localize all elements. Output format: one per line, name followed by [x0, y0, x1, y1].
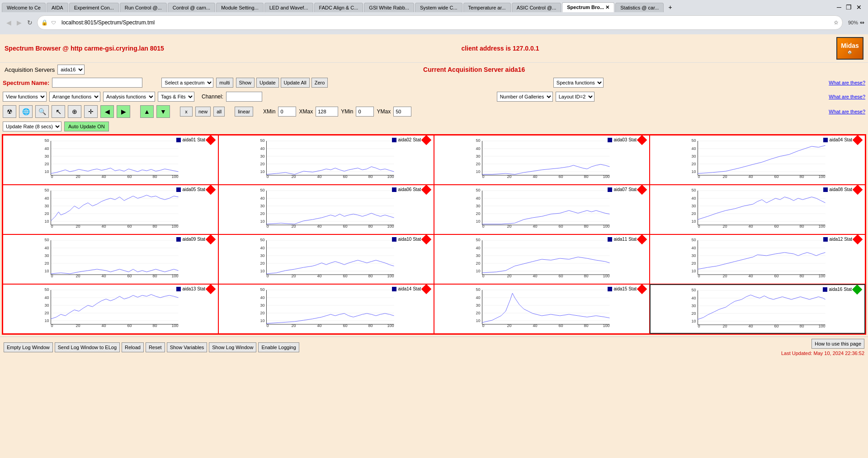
view-functions-select[interactable]: View functions [3, 92, 47, 102]
chart-title-aida01: aida01 Stat [176, 137, 205, 142]
chart-color-box-aida01 [176, 138, 181, 142]
chart-cell-aida11[interactable]: aida11 Stat 50 40 30 20 10 0 20 40 60 80 [434, 234, 650, 284]
tab-led[interactable]: LED and Wavef... [264, 3, 313, 12]
reset-button[interactable]: Reset [146, 342, 165, 352]
svg-text:50: 50 [45, 238, 49, 242]
new-button[interactable]: new [195, 107, 211, 117]
chart-cell-aida05[interactable]: aida05 Stat 50 40 30 20 10 0 20 40 60 80 [3, 185, 218, 234]
svg-text:20: 20 [76, 224, 80, 228]
url-input[interactable] [60, 18, 830, 28]
svg-text:20: 20 [292, 174, 296, 178]
acq-server-select[interactable]: aida16 aida01 [57, 65, 85, 75]
radiation-button[interactable]: ☢ [3, 105, 16, 118]
zero-button[interactable]: Zero [311, 78, 328, 88]
enable-logging-button[interactable]: Enable Logging [258, 342, 299, 352]
chart-title-aida07: aida07 Stat [608, 187, 637, 192]
bookmark-icon[interactable]: ☆ [834, 19, 839, 26]
tags-fits-select[interactable]: Tags & Fits [158, 92, 194, 102]
xmax-input[interactable] [316, 107, 338, 117]
move-button[interactable]: ✛ [84, 105, 98, 118]
close-button[interactable]: ✕ [856, 4, 862, 11]
svg-text:0: 0 [267, 323, 269, 327]
send-log-button[interactable]: Send Log Window to ELog [55, 342, 120, 352]
prev-button[interactable]: ◀ [100, 105, 114, 118]
tab-control[interactable]: Control @ carn... [168, 3, 215, 12]
select-spectrum-dropdown[interactable]: Select a spectrum [161, 78, 213, 88]
multi-button[interactable]: multi [216, 78, 233, 88]
tab-welcome[interactable]: Welcome to Ce [2, 3, 46, 12]
chart-color-box-aida12 [823, 237, 828, 242]
show-variables-button[interactable]: Show Variables [167, 342, 208, 352]
linear-button[interactable]: linear [235, 107, 253, 117]
svg-text:30: 30 [260, 253, 265, 258]
svg-text:20: 20 [507, 274, 512, 277]
what-are-these-2[interactable]: What are these? [829, 94, 865, 99]
restore-button[interactable]: ❐ [846, 4, 852, 11]
show-log-window-button[interactable]: Show Log Window [209, 342, 256, 352]
layout-id-select[interactable]: Layout ID=2 [556, 92, 594, 102]
chart-cell-aida02[interactable]: aida02 Stat 50 40 30 20 10 0 20 40 60 80 [218, 135, 434, 185]
chart-cell-aida07[interactable]: aida07 Stat 50 40 30 20 10 0 20 40 60 80 [434, 185, 650, 234]
arrange-functions-select[interactable]: Arrange functions [49, 92, 100, 102]
tab-system[interactable]: System wide C... [415, 3, 462, 12]
tab-module[interactable]: Module Setting... [216, 3, 264, 12]
spectra-functions-select[interactable]: Spectra functions [553, 78, 604, 88]
show-button[interactable]: Show [236, 78, 255, 88]
tab-temperature[interactable]: Temperature ar... [463, 3, 511, 12]
chart-cell-aida03[interactable]: aida03 Stat 50 40 30 20 10 0 20 40 60 80 [434, 135, 650, 185]
next-button[interactable]: ▶ [117, 105, 130, 118]
new-tab-button[interactable]: + [665, 2, 675, 13]
xmin-input[interactable] [278, 107, 296, 117]
tab-run-control[interactable]: Run Control @... [120, 3, 167, 12]
ymin-input[interactable] [356, 107, 374, 117]
how-to-button[interactable]: How to use this page [811, 339, 864, 349]
tab-spectrum[interactable]: Spectrum Bro... ✕ [562, 2, 614, 12]
analysis-functions-select[interactable]: Analysis functions [103, 92, 155, 102]
update-rate-select[interactable]: Update Rate (8 secs) [3, 122, 61, 131]
svg-text:80: 80 [800, 274, 804, 277]
expand-icon[interactable]: ⇔ [860, 19, 864, 26]
globe-button[interactable]: 🌐 [19, 105, 33, 118]
chart-cell-aida10[interactable]: aida10 Stat 50 40 30 20 10 0 20 40 60 80 [218, 234, 434, 284]
tab-gsi[interactable]: GSI White Rabb... [364, 3, 414, 12]
chart-cell-aida04[interactable]: aida04 Stat 50 40 30 20 10 0 20 40 60 80 [650, 135, 865, 185]
chart-cell-aida09[interactable]: aida09 Stat 50 40 30 20 10 0 20 40 60 80 [3, 234, 218, 284]
x-button[interactable]: x [180, 107, 193, 117]
ymax-input[interactable] [393, 107, 411, 117]
chart-cell-aida16[interactable]: aida16 Stat 50 40 30 20 10 0 20 40 60 80 [650, 284, 865, 334]
empty-log-button[interactable]: Empty Log Window [4, 342, 53, 352]
tab-experiment[interactable]: Experiment Con... [69, 3, 119, 12]
tab-aida[interactable]: AIDA [47, 3, 68, 12]
tab-statistics[interactable]: Statistics @ car... [615, 3, 664, 12]
all-button[interactable]: all [213, 107, 225, 117]
chart-cell-aida12[interactable]: aida12 Stat 50 40 30 20 10 0 20 40 60 80 [650, 234, 865, 284]
cursor-button[interactable]: ↖ [52, 105, 65, 118]
chart-cell-aida01[interactable]: aida01 Stat 50 40 30 20 10 0 20 [3, 135, 218, 185]
what-are-these-1[interactable]: What are these? [829, 80, 865, 85]
what-are-these-3[interactable]: What are these? [829, 109, 865, 114]
tab-asic[interactable]: ASIC Control @... [512, 3, 561, 12]
chart-cell-aida06[interactable]: aida06 Stat 50 40 30 20 10 0 20 40 60 80 [218, 185, 434, 234]
chart-cell-aida08[interactable]: aida08 Stat 50 40 30 20 10 0 20 40 60 80 [650, 185, 865, 234]
svg-text:10: 10 [260, 169, 265, 174]
chart-cell-aida15[interactable]: aida15 Stat 50 40 30 20 10 0 20 40 60 80 [434, 284, 650, 334]
update-all-button[interactable]: Update All [281, 78, 310, 88]
target-button[interactable]: ⊕ [68, 105, 81, 118]
chart-cell-aida14[interactable]: aida14 Stat 50 40 30 20 10 0 20 40 60 80 [218, 284, 434, 334]
chart-title-aida12: aida12 Stat [823, 237, 852, 242]
tab-fadc[interactable]: FADC Align & C... [314, 3, 363, 12]
reload-nav-button[interactable]: ↻ [24, 18, 35, 28]
number-of-galleries-select[interactable]: Number of Galleries [497, 92, 553, 102]
reload-bottom-button[interactable]: Reload [122, 342, 144, 352]
back-button[interactable]: ◀ [4, 18, 14, 28]
down-button[interactable]: ▼ [156, 105, 170, 118]
update-button[interactable]: Update [256, 78, 278, 88]
forward-button[interactable]: ▶ [14, 18, 24, 28]
spectrum-name-input[interactable]: Stat [52, 78, 142, 88]
minimize-button[interactable]: ─ [837, 4, 841, 11]
auto-update-button[interactable]: Auto Update ON [64, 122, 109, 131]
up-button[interactable]: ▲ [140, 105, 154, 118]
zoom-button[interactable]: 🔍 [35, 105, 49, 118]
channel-input[interactable] [226, 92, 262, 102]
chart-cell-aida13[interactable]: aida13 Stat 50 40 30 20 10 0 20 40 60 80 [3, 284, 218, 334]
